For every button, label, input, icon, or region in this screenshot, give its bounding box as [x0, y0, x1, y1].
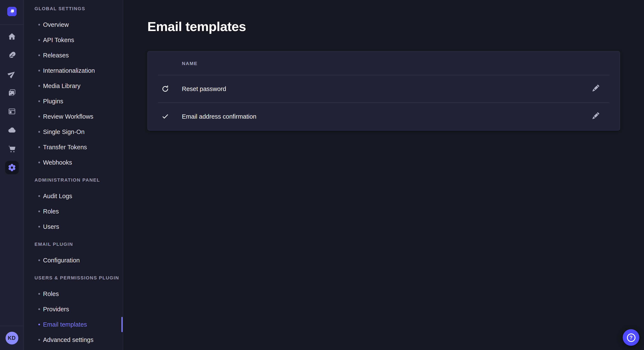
sidebar-item-label: API Tokens	[43, 37, 74, 43]
sidebar-item-users[interactable]: Users	[24, 219, 123, 234]
bullet-icon	[38, 210, 40, 212]
sidebar-item-label: Releases	[43, 52, 69, 59]
settings-sidebar-sections: GLOBAL SETTINGS Overview API Tokens Rele…	[24, 1, 123, 348]
bullet-icon	[38, 308, 40, 310]
app-window: KD GLOBAL SETTINGS Overview API Tokens R…	[0, 0, 644, 350]
sidebar-item-webhooks[interactable]: Webhooks	[24, 155, 123, 170]
sidebar-item-roles[interactable]: Roles	[24, 286, 123, 302]
cloud-icon	[8, 126, 16, 134]
media-library-nav-button[interactable]	[8, 88, 16, 97]
sidebar-item-label: Users	[43, 223, 59, 230]
sidebar-item-plugins[interactable]: Plugins	[24, 94, 123, 109]
sidebar-item-media-library[interactable]: Media Library	[24, 78, 123, 94]
pencil-icon	[592, 85, 599, 93]
layout-grid-nav-button[interactable]	[8, 107, 16, 116]
check-icon	[162, 113, 169, 120]
bullet-icon	[38, 324, 40, 325]
sidebar-item-providers[interactable]: Providers	[24, 302, 123, 317]
sidebar-item-transfer-tokens[interactable]: Transfer Tokens	[24, 140, 123, 155]
sidebar-item-overview[interactable]: Overview	[24, 17, 123, 32]
table-row[interactable]: Reset password	[148, 75, 620, 103]
sidebar-section-items: Audit Logs Roles Users	[24, 188, 123, 234]
bullet-icon	[38, 195, 40, 197]
sidebar-item-label: Transfer Tokens	[43, 144, 87, 151]
bullet-icon	[38, 24, 40, 25]
sidebar-item-label: Review Workflows	[43, 113, 93, 120]
edit-template-button[interactable]	[590, 83, 602, 95]
sidebar-item-label: Webhooks	[43, 159, 72, 166]
sidebar-section-heading: EMAIL PLUGIN	[24, 236, 123, 252]
main-nav-rail: KD	[0, 0, 24, 350]
sidebar-item-label: Configuration	[43, 257, 80, 264]
cloud-nav-button[interactable]	[8, 126, 16, 134]
shopping-cart-icon	[8, 145, 16, 153]
sidebar-item-label: Overview	[43, 21, 69, 28]
sidebar-item-internationalization[interactable]: Internationalization	[24, 63, 123, 78]
paper-plane-nav-button[interactable]	[8, 70, 16, 78]
table-row[interactable]: Email address confirmation	[148, 103, 620, 130]
sidebar-item-api-tokens[interactable]: API Tokens	[24, 32, 123, 48]
bullet-icon	[38, 339, 40, 341]
sidebar-item-label: Providers	[43, 306, 69, 313]
settings-gear-nav-button[interactable]	[5, 161, 18, 174]
sidebar-section-items: Roles Providers Email templates Advanced…	[24, 286, 123, 348]
sidebar-section-heading: USERS & PERMISSIONS PLUGIN	[24, 270, 123, 285]
edit-template-button[interactable]	[590, 110, 602, 122]
sidebar-item-single-sign-on[interactable]: Single Sign-On	[24, 124, 123, 140]
sidebar-section: GLOBAL SETTINGS Overview API Tokens Rele…	[24, 1, 123, 170]
bullet-icon	[38, 259, 40, 261]
help-button[interactable]: ?	[623, 329, 639, 346]
paper-plane-icon	[8, 70, 16, 78]
bullet-icon	[38, 226, 40, 227]
feather-icon	[8, 51, 16, 59]
bullet-icon	[38, 100, 40, 102]
bullet-icon	[38, 54, 40, 56]
bullet-icon	[38, 39, 40, 41]
strapi-logo-icon	[7, 7, 16, 17]
settings-sidebar: GLOBAL SETTINGS Overview API Tokens Rele…	[24, 0, 123, 350]
sidebar-section-items: Configuration	[24, 253, 123, 268]
bullet-icon	[38, 131, 40, 133]
home-nav-button[interactable]	[8, 32, 16, 41]
home-icon	[8, 32, 16, 41]
user-avatar[interactable]: KD	[5, 332, 18, 345]
sidebar-item-label: Plugins	[43, 98, 63, 105]
sidebar-item-audit-logs[interactable]: Audit Logs	[24, 188, 123, 204]
feather-nav-button[interactable]	[8, 51, 16, 59]
strapi-logo[interactable]	[7, 7, 16, 16]
media-library-icon	[8, 88, 16, 97]
shopping-cart-nav-button[interactable]	[8, 145, 16, 153]
email-templates-table: NAME Reset password Email address confir…	[147, 51, 620, 131]
bullet-icon	[38, 162, 40, 163]
sidebar-item-label: Internationalization	[43, 67, 95, 74]
main-nav-rail-items	[0, 25, 24, 174]
template-name: Email address confirmation	[182, 113, 256, 120]
sidebar-item-label: Media Library	[43, 82, 80, 89]
sidebar-item-review-workflows[interactable]: Review Workflows	[24, 109, 123, 124]
sidebar-item-releases[interactable]: Releases	[24, 48, 123, 63]
layout-grid-icon	[8, 107, 16, 116]
settings-gear-icon	[7, 163, 16, 172]
question-mark-icon: ?	[627, 333, 635, 342]
sidebar-section-heading: GLOBAL SETTINGS	[24, 1, 123, 16]
rail-divider	[0, 326, 24, 326]
column-header-name: NAME	[182, 61, 198, 66]
sidebar-section: ADMINISTRATION PANEL Audit Logs Roles Us…	[24, 172, 123, 234]
sidebar-section-heading: ADMINISTRATION PANEL	[24, 172, 123, 187]
sidebar-item-configuration[interactable]: Configuration	[24, 253, 123, 268]
rail-bottom: KD	[0, 326, 24, 350]
sidebar-item-email-templates[interactable]: Email templates	[24, 317, 123, 332]
sidebar-item-label: Email templates	[43, 321, 87, 328]
bullet-icon	[38, 85, 40, 87]
page-title: Email templates	[147, 19, 620, 35]
main-content: Email templates NAME Reset password Emai…	[124, 0, 644, 350]
sidebar-item-advanced-settings[interactable]: Advanced settings	[24, 332, 123, 348]
bullet-icon	[38, 116, 40, 117]
sidebar-item-label: Roles	[43, 208, 59, 215]
sidebar-item-roles[interactable]: Roles	[24, 204, 123, 219]
table-body: Reset password Email address confirmatio…	[148, 75, 620, 130]
sidebar-item-label: Single Sign-On	[43, 128, 84, 135]
bullet-icon	[38, 70, 40, 71]
refresh-icon	[162, 85, 169, 93]
sidebar-item-label: Advanced settings	[43, 336, 94, 343]
